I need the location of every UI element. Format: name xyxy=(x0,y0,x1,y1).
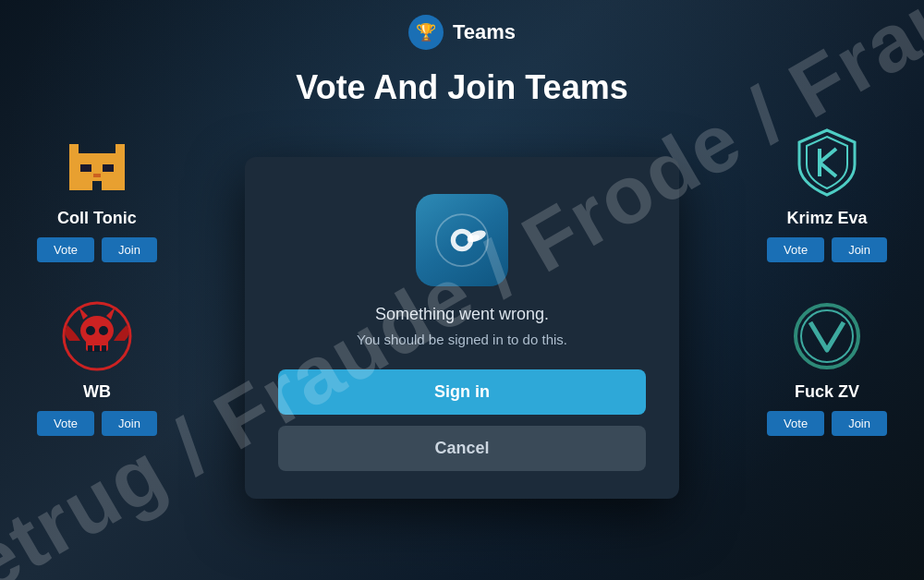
svg-rect-8 xyxy=(103,164,114,172)
trophy-emoji: 🏆 xyxy=(416,22,436,42)
krimz-eva-buttons: Vote Join xyxy=(767,237,887,262)
coll-tonic-join-button[interactable]: Join xyxy=(102,237,157,262)
krimz-eva-vote-button[interactable]: Vote xyxy=(767,237,824,262)
svg-rect-9 xyxy=(93,174,101,177)
fuck-zv-vote-button[interactable]: Vote xyxy=(767,411,824,436)
header-title: Teams xyxy=(453,20,516,44)
wb-name: WB xyxy=(83,382,111,402)
page-title: Vote And Join Teams xyxy=(296,68,627,107)
cancel-button[interactable]: Cancel xyxy=(278,426,646,471)
svg-rect-0 xyxy=(69,144,79,153)
wb-vote-button[interactable]: Vote xyxy=(37,411,94,436)
svg-line-22 xyxy=(820,163,836,176)
krimz-eva-name: Krimz Eva xyxy=(787,209,868,228)
svg-rect-7 xyxy=(80,164,91,172)
team-card-coll-tonic: Coll Tonic Vote Join xyxy=(37,126,157,262)
fuck-zv-name: Fuck ZV xyxy=(795,382,859,402)
svg-point-23 xyxy=(796,305,858,368)
fuck-zv-logo xyxy=(790,299,864,373)
svg-rect-3 xyxy=(69,163,125,172)
svg-line-21 xyxy=(820,149,836,163)
svg-rect-15 xyxy=(88,345,92,352)
wb-join-button[interactable]: Join xyxy=(102,411,157,436)
wb-logo xyxy=(60,299,134,373)
signin-button[interactable]: Sign in xyxy=(278,369,646,415)
svg-point-13 xyxy=(86,326,95,335)
steam-icon xyxy=(416,194,508,286)
header: 🏆 Teams xyxy=(408,15,516,50)
coll-tonic-name: Coll Tonic xyxy=(57,209,137,228)
svg-marker-18 xyxy=(79,307,88,320)
krimz-eva-logo xyxy=(790,126,864,199)
modal-error-title: Something went wrong. xyxy=(375,305,549,324)
team-card-krimz-eva: Krimz Eva Vote Join xyxy=(767,126,887,262)
teams-left: Coll Tonic Vote Join xyxy=(37,126,157,436)
fuck-zv-join-button[interactable]: Join xyxy=(832,411,887,436)
team-card-fuck-zv: Fuck ZV Vote Join xyxy=(767,299,887,436)
coll-tonic-buttons: Vote Join xyxy=(37,237,157,262)
coll-tonic-logo xyxy=(60,126,134,199)
coll-tonic-vote-button[interactable]: Vote xyxy=(37,237,94,262)
krimz-eva-join-button[interactable]: Join xyxy=(832,237,887,262)
teams-right: Krimz Eva Vote Join Fuck ZV xyxy=(767,126,887,436)
svg-point-24 xyxy=(801,310,853,362)
wb-buttons: Vote Join xyxy=(37,411,157,436)
svg-rect-17 xyxy=(102,345,106,352)
svg-point-14 xyxy=(99,326,108,335)
svg-rect-2 xyxy=(69,153,125,163)
svg-rect-6 xyxy=(102,181,125,190)
svg-rect-16 xyxy=(94,345,100,352)
trophy-icon: 🏆 xyxy=(408,15,444,50)
fuck-zv-buttons: Vote Join xyxy=(767,411,887,436)
svg-rect-1 xyxy=(116,144,125,153)
modal-error-sub: You should be signed in to do this. xyxy=(357,332,567,347)
svg-point-27 xyxy=(456,234,468,247)
team-card-wb: WB Vote Join xyxy=(37,299,157,436)
signin-modal: Something went wrong. You should be sign… xyxy=(245,157,679,499)
svg-marker-19 xyxy=(106,307,116,320)
svg-rect-5 xyxy=(69,181,92,190)
